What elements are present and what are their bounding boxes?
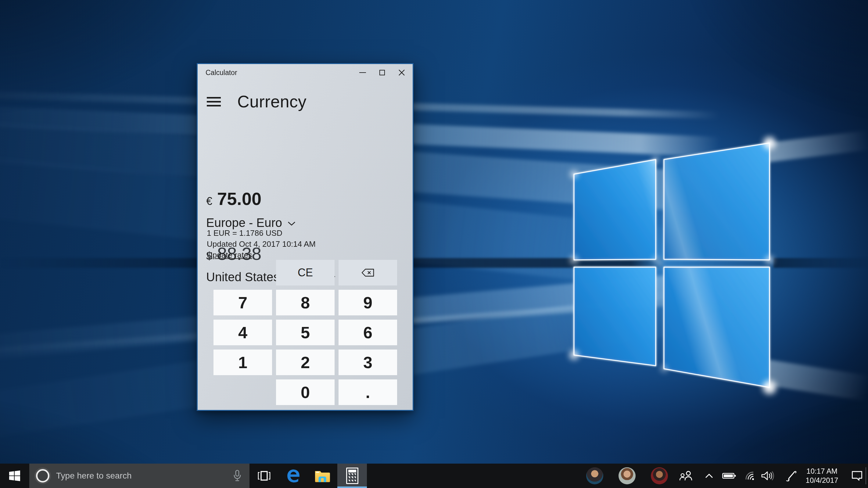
microphone-icon[interactable] bbox=[233, 470, 242, 482]
people-bar-avatar-1[interactable] bbox=[586, 467, 603, 484]
people-button[interactable] bbox=[680, 470, 693, 482]
show-hidden-icons-button[interactable] bbox=[703, 473, 715, 479]
network-status-button[interactable] bbox=[743, 471, 755, 481]
search-box[interactable] bbox=[29, 464, 249, 488]
calculator-icon bbox=[346, 467, 359, 484]
action-center-button[interactable] bbox=[850, 470, 864, 481]
maximize-icon bbox=[379, 70, 385, 75]
app-header: Currency bbox=[198, 91, 307, 112]
from-value-row[interactable]: € 75.00 bbox=[206, 188, 261, 209]
volume-button[interactable] bbox=[761, 471, 775, 481]
close-button[interactable] bbox=[392, 64, 411, 81]
cortana-icon[interactable] bbox=[36, 469, 50, 483]
chevron-up-icon bbox=[705, 473, 714, 479]
digit-key-1[interactable]: 1 bbox=[214, 349, 272, 375]
maximize-button[interactable] bbox=[372, 64, 392, 81]
edge-browser-button[interactable] bbox=[279, 464, 308, 488]
exchange-rate: 1 EUR = 1.1786 USD bbox=[207, 227, 316, 239]
close-icon bbox=[398, 69, 405, 76]
window-title: Calculator bbox=[206, 69, 237, 77]
calculator-window: Calculator Currency € 75.00 Europe - Eur… bbox=[197, 63, 413, 411]
chevron-down-icon bbox=[288, 221, 296, 226]
active-app-indicator bbox=[337, 486, 367, 488]
edge-icon bbox=[286, 468, 301, 483]
people-icon bbox=[680, 470, 693, 482]
show-desktop-divider[interactable] bbox=[866, 467, 866, 484]
taskbar: 10:17 AM 10/4/2017 bbox=[0, 464, 868, 488]
update-rates-link[interactable]: Update rates bbox=[207, 249, 252, 261]
action-center-icon bbox=[851, 470, 863, 481]
digit-key-7[interactable]: 7 bbox=[214, 290, 272, 315]
backspace-icon bbox=[361, 268, 374, 277]
keypad-spacer bbox=[214, 379, 272, 405]
file-explorer-icon bbox=[314, 469, 331, 483]
file-explorer-button[interactable] bbox=[308, 464, 337, 488]
digit-key-4[interactable]: 4 bbox=[214, 319, 272, 345]
windows-ink-button[interactable] bbox=[785, 470, 798, 482]
time-text: 10:17 AM bbox=[806, 467, 837, 476]
window-controls bbox=[353, 64, 411, 81]
backspace-key[interactable] bbox=[339, 260, 397, 285]
search-input[interactable] bbox=[56, 471, 233, 481]
keypad-spacer bbox=[214, 260, 272, 285]
from-currency-symbol: € bbox=[206, 195, 212, 208]
digit-key-6[interactable]: 6 bbox=[339, 319, 397, 345]
windows-start-icon bbox=[9, 470, 20, 481]
desktop-wallpaper bbox=[0, 0, 868, 488]
from-value: 75.00 bbox=[217, 188, 261, 209]
battery-icon bbox=[722, 472, 736, 480]
digit-key-3[interactable]: 3 bbox=[339, 349, 397, 375]
clock[interactable]: 10:17 AM 10/4/2017 bbox=[805, 467, 839, 485]
minimize-button[interactable] bbox=[353, 64, 372, 81]
page-title: Currency bbox=[237, 92, 307, 111]
digit-key-9[interactable]: 9 bbox=[339, 290, 397, 315]
calculator-app-button[interactable] bbox=[337, 464, 367, 488]
digit-key-2[interactable]: 2 bbox=[276, 349, 335, 375]
digit-key-0[interactable]: 0 bbox=[276, 379, 335, 405]
speaker-icon bbox=[761, 471, 775, 481]
task-view-icon bbox=[257, 470, 271, 481]
task-view-button[interactable] bbox=[249, 464, 279, 488]
people-bar-avatar-2[interactable] bbox=[619, 467, 636, 484]
clear-entry-key[interactable]: CE bbox=[276, 260, 335, 285]
vignette-overlay bbox=[0, 0, 868, 488]
start-button[interactable] bbox=[0, 464, 29, 488]
rate-updated: Updated Oct 4, 2017 10:14 AM bbox=[207, 239, 316, 249]
digit-key-8[interactable]: 8 bbox=[276, 290, 335, 315]
decimal-key[interactable]: . bbox=[339, 379, 397, 405]
date-text: 10/4/2017 bbox=[806, 476, 838, 485]
menu-icon[interactable] bbox=[207, 95, 221, 108]
digit-key-5[interactable]: 5 bbox=[276, 319, 335, 345]
minimize-icon bbox=[359, 72, 366, 73]
pen-icon bbox=[786, 470, 797, 482]
battery-status-button[interactable] bbox=[722, 472, 736, 480]
keypad: CE 7 8 9 4 5 6 1 2 3 0 . bbox=[214, 260, 397, 405]
people-bar-avatar-3[interactable] bbox=[651, 467, 668, 484]
rate-info: 1 EUR = 1.1786 USD Updated Oct 4, 2017 1… bbox=[207, 227, 316, 261]
wifi-icon bbox=[743, 471, 755, 481]
